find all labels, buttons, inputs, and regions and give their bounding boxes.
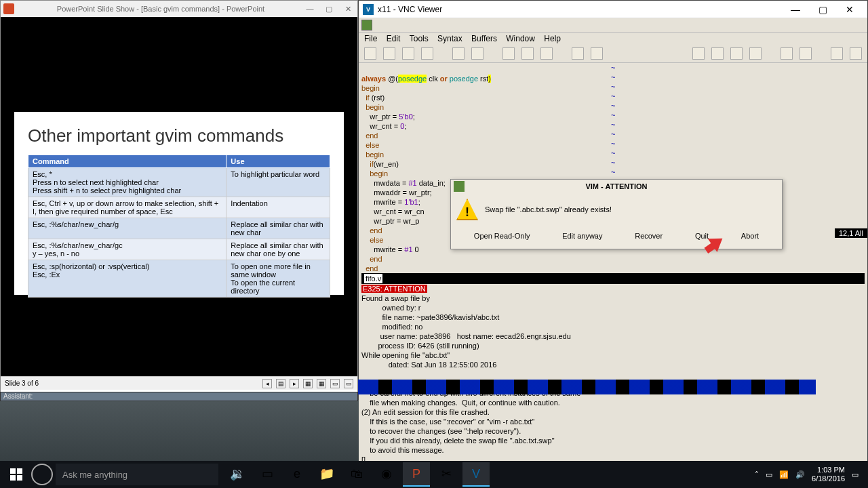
edit-anyway-button[interactable]: Edit anyway <box>557 230 608 242</box>
sorter-view-icon[interactable]: ▦ <box>317 379 326 388</box>
notifications-icon[interactable]: ▭ <box>852 470 859 479</box>
table-row: Esc, * Press n to select next highlighte… <box>28 168 330 197</box>
wifi-icon[interactable]: 📶 <box>779 470 789 479</box>
minimize-button[interactable]: — <box>782 1 809 18</box>
taskview-icon[interactable]: ▭ <box>254 462 281 487</box>
table-row: Esc, :%s/char/new_char/gReplace all simi… <box>28 218 330 239</box>
minimize-button[interactable]: — <box>303 5 317 14</box>
redo-icon[interactable] <box>471 47 484 60</box>
store-icon[interactable]: 🛍 <box>343 462 370 487</box>
cut-icon[interactable] <box>502 47 515 60</box>
task-icons: 🔉 ▭ e 📁 🛍 ◉ P ✂ V <box>224 462 490 487</box>
reading-view-icon[interactable]: ▭ <box>330 379 340 388</box>
copy-icon[interactable] <box>521 47 534 60</box>
clock[interactable]: 1:03 PM 6/18/2016 <box>812 466 845 483</box>
menu-tools[interactable]: Tools <box>410 34 429 43</box>
min-icon[interactable] <box>831 47 843 60</box>
findnext-icon[interactable] <box>591 47 603 60</box>
close-button[interactable]: ✕ <box>836 1 863 18</box>
vnc-icon: V <box>363 4 374 15</box>
slide-content: Other important gvim commands Command Us… <box>14 112 344 295</box>
ruler: 12,1 All <box>835 228 867 238</box>
menu-edit[interactable]: Edit <box>387 34 401 43</box>
open-readonly-button[interactable]: Open Read-Only <box>469 230 536 242</box>
menu-file[interactable]: File <box>364 34 377 43</box>
abort-button[interactable]: Abort <box>736 230 764 242</box>
system-tray: ˄ ▭ 📶 🔊 1:03 PM 6/18/2016 ▭ <box>755 466 864 483</box>
recover-button[interactable]: Recover <box>629 230 668 242</box>
powerpoint-task-icon[interactable]: P <box>403 462 430 487</box>
run-icon[interactable] <box>749 47 762 60</box>
vnc-titlebar[interactable]: V x11 - VNC Viewer — ▢ ✕ <box>359 1 867 18</box>
speaker-icon[interactable]: 🔉 <box>224 462 251 487</box>
dialog-title[interactable]: VIM - ATTENTION <box>451 180 782 193</box>
cortana-icon[interactable] <box>31 464 53 485</box>
make-icon[interactable] <box>711 47 724 60</box>
maximize-button[interactable]: ▢ <box>322 5 336 14</box>
volume-icon[interactable]: 🔊 <box>795 470 805 479</box>
vnc-window-controls: — ▢ ✕ <box>782 1 863 18</box>
ppt-titlebar[interactable]: PowerPoint Slide Show - [Basic gvim comm… <box>1 1 357 17</box>
save-icon[interactable] <box>383 47 395 60</box>
slide-title: Other important gvim commands <box>28 125 330 146</box>
ppt-title: PowerPoint Slide Show - [Basic gvim comm… <box>18 5 303 13</box>
paste-icon[interactable] <box>540 47 553 60</box>
tags-icon[interactable] <box>730 47 743 60</box>
shell-icon[interactable] <box>692 47 705 60</box>
powerpoint-window: PowerPoint Slide Show - [Basic gvim comm… <box>0 0 358 393</box>
gvim-icon <box>361 20 372 30</box>
vim-attention-dialog: VIM - ATTENTION Swap file ".abc.txt.swp"… <box>450 179 783 249</box>
open-icon[interactable] <box>364 47 376 60</box>
menu-window[interactable]: Window <box>506 34 535 43</box>
windows-logo-icon <box>10 468 22 481</box>
search-input[interactable]: Ask me anything <box>56 464 218 485</box>
status-line: fifo.v <box>361 273 865 284</box>
print-icon[interactable] <box>421 47 433 60</box>
vnc-content[interactable]: File Edit Tools Syntax Buffers Window He… <box>359 18 867 399</box>
col-command: Command <box>28 155 226 168</box>
warning-icon <box>456 199 478 220</box>
gvim-icon <box>454 181 465 192</box>
ppt-statusbar: Slide 3 of 6 ◂ ▤ ▸ ▦ ▦ ▭ ▭ <box>1 376 357 390</box>
maximize-button[interactable]: ▢ <box>809 1 836 18</box>
table-row: Esc, :sp(horizontal) or :vsp(vertical) E… <box>28 260 330 298</box>
vnc-task-icon[interactable]: V <box>462 462 490 487</box>
slide-area[interactable]: Other important gvim commands Command Us… <box>1 17 357 376</box>
dialog-buttons: Open Read-Only Edit anyway Recover Quit … <box>451 226 782 249</box>
col-use: Use <box>226 155 330 168</box>
notes-icon[interactable]: ▤ <box>276 379 285 388</box>
powerpoint-icon <box>3 3 14 14</box>
play-icon[interactable]: ▸ <box>290 379 299 388</box>
table-row: Esc, :%s/char/new_char/gc y – yes, n - n… <box>28 239 330 260</box>
menu-syntax[interactable]: Syntax <box>437 34 462 43</box>
close-button[interactable]: ✕ <box>341 5 355 14</box>
undo-icon[interactable] <box>452 47 465 60</box>
help-icon[interactable] <box>781 47 793 60</box>
gvim-toolbar <box>359 45 867 63</box>
e325-warning: E325: ATTENTION <box>361 285 427 293</box>
table-row: Esc, Ctrl + v, up or down arrow to make … <box>28 197 330 218</box>
slide-counter: Slide 3 of 6 <box>5 380 39 387</box>
max-icon[interactable] <box>800 47 812 60</box>
prev-slide-icon[interactable]: ◂ <box>262 379 272 388</box>
file-explorer-icon[interactable]: 📁 <box>313 462 340 487</box>
chrome-icon[interactable]: ◉ <box>373 462 400 487</box>
filename: fifo.v <box>364 274 382 283</box>
code-area[interactable]: always @(posedge clk or posedge rst) beg… <box>359 63 867 485</box>
vnc-window: V x11 - VNC Viewer — ▢ ✕ File Edit Tools… <box>358 0 868 400</box>
snipping-icon[interactable]: ✂ <box>433 462 460 487</box>
ppt-window-controls: — ▢ ✕ <box>303 5 355 14</box>
start-button[interactable] <box>4 462 28 487</box>
slideshow-view-icon[interactable]: ▭ <box>344 379 353 388</box>
normal-view-icon[interactable]: ▦ <box>303 379 313 388</box>
taskbar: Ask me anything 🔉 ▭ e 📁 🛍 ◉ P ✂ V ˄ ▭ 📶 … <box>0 461 868 488</box>
gvim-menubar: File Edit Tools Syntax Buffers Window He… <box>359 33 867 45</box>
edge-icon[interactable]: e <box>283 462 311 487</box>
tray-up-icon[interactable]: ˄ <box>755 470 759 479</box>
menu-help[interactable]: Help <box>544 34 561 43</box>
battery-icon[interactable]: ▭ <box>766 470 772 479</box>
menu-buffers[interactable]: Buffers <box>471 34 497 43</box>
find-icon[interactable] <box>572 47 584 60</box>
close2-icon[interactable] <box>850 47 862 60</box>
saveall-icon[interactable] <box>402 47 414 60</box>
